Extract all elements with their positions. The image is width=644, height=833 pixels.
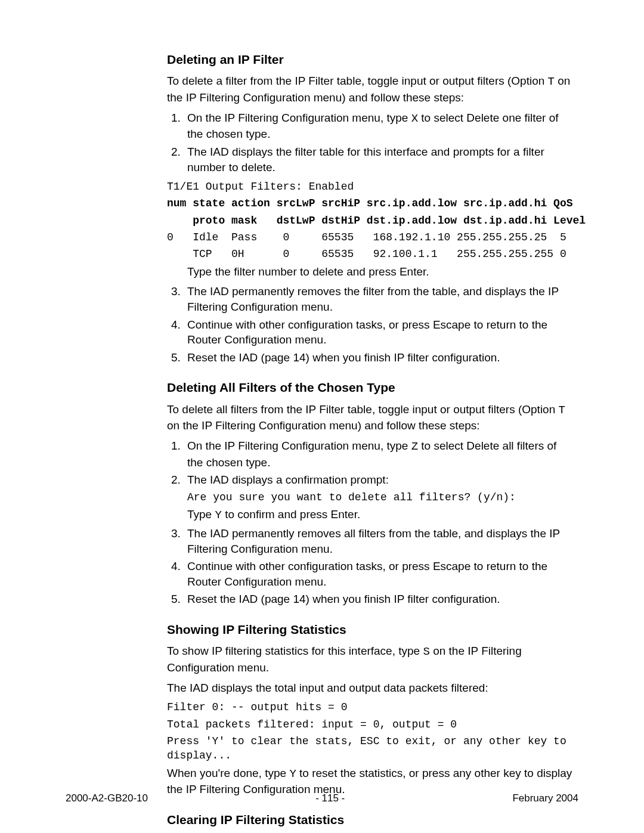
list-item: Continue with other configuration tasks,… — [184, 559, 572, 589]
terminal-header-line: num state action srcLwP srcHiP src.ip.ad… — [167, 196, 572, 210]
key-literal: T — [548, 75, 555, 88]
terminal-line: Total packets filtered: input = 0, outpu… — [167, 717, 572, 732]
page-footer: 2000-A2-GB20-10 - 115 - February 2004 — [66, 792, 578, 804]
footer-right: February 2004 — [512, 792, 578, 804]
text: The IAD displays a confirmation prompt: — [187, 473, 389, 486]
terminal-line: Are you sure you want to delete all filt… — [187, 490, 572, 504]
section-clear-statistics: Clearing IP Filtering Statistics To rese… — [167, 812, 572, 833]
text: On the IP Filtering Configuration menu, … — [187, 112, 411, 124]
list-item: The IAD displays the filter table for th… — [184, 144, 572, 175]
key-literal: X — [411, 112, 418, 125]
section-show-statistics: Showing IP Filtering Statistics To show … — [167, 621, 572, 797]
text: To delete a filter from the IP Filter ta… — [167, 75, 548, 87]
list-item: The IAD permanently removes the filter f… — [184, 284, 572, 314]
terminal-line: Press 'Y' to clear the stats, ESC to exi… — [167, 734, 572, 763]
heading: Showing IP Filtering Statistics — [167, 621, 572, 637]
sub-instruction: Type the filter number to delete and pre… — [187, 264, 572, 280]
terminal-header-line: proto mask dstLwP dstHiP dst.ip.add.low … — [167, 213, 572, 228]
heading: Deleting an IP Filter — [167, 51, 572, 67]
list-item: On the IP Filtering Configuration menu, … — [184, 438, 572, 470]
intro-paragraph: To delete a filter from the IP Filter ta… — [167, 73, 572, 105]
text: To show IP filtering statistics for this… — [167, 645, 423, 657]
terminal-line: TCP 0H 0 65535 92.100.1.1 255.255.255.25… — [167, 247, 572, 261]
key-literal: T — [559, 404, 565, 417]
footer-left: 2000-A2-GB20-10 — [66, 792, 148, 804]
list-item: The IAD displays a confirmation prompt: … — [184, 472, 572, 524]
text: To delete all filters from the IP Filter… — [167, 403, 559, 416]
content-area: Deleting an IP Filter To delete a filter… — [167, 51, 572, 833]
terminal-line: 0 Idle Pass 0 65535 168.192.1.10 255.255… — [167, 230, 572, 244]
text: When you're done, type — [167, 767, 289, 779]
section-delete-ip-filter: Deleting an IP Filter To delete a filter… — [167, 51, 572, 365]
footer-center: - 115 - — [315, 792, 345, 804]
list-item: The IAD permanently removes all filters … — [184, 526, 572, 556]
sub-instruction: Type Y to confirm and press Enter. — [187, 507, 572, 524]
key-literal: Y — [215, 509, 221, 522]
intro-paragraph: To show IP filtering statistics for this… — [167, 643, 572, 675]
list-item: Reset the IAD (page 14) when you finish … — [184, 592, 572, 607]
list-item: On the IP Filtering Configuration menu, … — [184, 110, 572, 142]
text: Type — [187, 508, 215, 521]
steps-list: On the IP Filtering Configuration menu, … — [167, 110, 572, 175]
text: on the IP Filtering Configuration menu) … — [167, 419, 480, 432]
text: to confirm and press Enter. — [222, 508, 360, 521]
heading: Deleting All Filters of the Chosen Type — [167, 379, 572, 395]
key-literal: S — [423, 645, 429, 658]
steps-list-continued: The IAD permanently removes the filter f… — [167, 284, 572, 365]
intro-paragraph: To delete all filters from the IP Filter… — [167, 402, 572, 433]
terminal-line: T1/E1 Output Filters: Enabled — [167, 179, 572, 194]
document-page: Deleting an IP Filter To delete a filter… — [0, 0, 644, 833]
list-item: Reset the IAD (page 14) when you finish … — [184, 350, 572, 366]
key-literal: Z — [411, 440, 418, 453]
heading: Clearing IP Filtering Statistics — [167, 812, 572, 828]
steps-list: On the IP Filtering Configuration menu, … — [167, 438, 572, 607]
text: On the IP Filtering Configuration menu, … — [187, 439, 411, 452]
section-delete-all-filters: Deleting All Filters of the Chosen Type … — [167, 379, 572, 607]
key-literal: Y — [289, 767, 296, 781]
terminal-line: Filter 0: -- output hits = 0 — [167, 700, 572, 714]
paragraph: The IAD displays the total input and out… — [167, 680, 572, 696]
list-item: Continue with other configuration tasks,… — [184, 317, 572, 348]
